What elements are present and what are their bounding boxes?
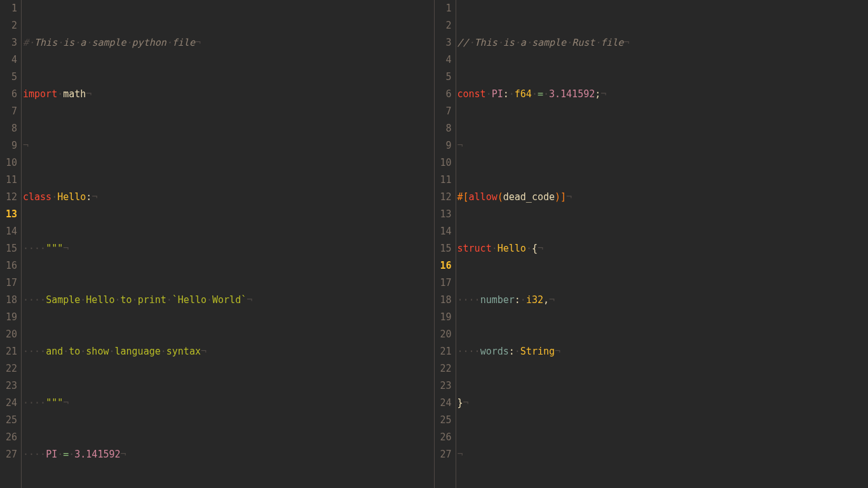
code-rust[interactable]: //·This·is·a·sample·Rust·file¬ const·PI:… <box>456 0 869 488</box>
line-number: 22 <box>0 360 17 377</box>
line-number: 13 <box>0 206 17 223</box>
line-number: 19 <box>0 309 17 326</box>
line-number: 18 <box>435 292 452 309</box>
line-number: 17 <box>435 274 452 292</box>
line-number: 23 <box>435 377 452 395</box>
line-number: 8 <box>435 120 452 137</box>
line-number: 5 <box>0 69 17 86</box>
code-python[interactable]: #·This·is·a·sample·python·file¬ import·m… <box>22 0 434 488</box>
line-number: 2 <box>435 17 452 34</box>
line-number: 9 <box>435 137 452 154</box>
line-number: 24 <box>435 395 452 412</box>
line-number: 15 <box>0 240 17 257</box>
line-number: 27 <box>0 446 17 463</box>
line-number: 8 <box>0 120 17 137</box>
line-number: 26 <box>435 429 452 446</box>
line-number: 22 <box>435 360 452 377</box>
line-number: 25 <box>435 412 452 429</box>
line-number: 2 <box>0 17 17 34</box>
editor-pane-python[interactable]: 1234567891011121314151617181920212223242… <box>0 0 434 488</box>
line-number: 19 <box>435 309 452 326</box>
line-number: 6 <box>435 86 452 103</box>
line-number: 16 <box>435 257 452 274</box>
gutter-python: 1234567891011121314151617181920212223242… <box>0 0 22 488</box>
line-number: 5 <box>435 69 452 86</box>
line-number: 6 <box>0 86 17 103</box>
line-number: 3 <box>435 34 452 51</box>
line-number: 12 <box>435 189 452 206</box>
gutter-rust: 1234567891011121314151617181920212223242… <box>435 0 456 488</box>
line-number: 23 <box>0 377 17 395</box>
line-number: 3 <box>0 34 17 51</box>
line-number: 18 <box>0 292 17 309</box>
line-number: 14 <box>435 223 452 240</box>
line-number: 1 <box>435 0 452 17</box>
line-number: 12 <box>0 189 17 206</box>
line-number: 10 <box>435 154 452 172</box>
line-number: 15 <box>435 240 452 257</box>
line-number: 13 <box>435 206 452 223</box>
line-number: 4 <box>435 51 452 69</box>
line-number: 21 <box>0 343 17 360</box>
line-number: 7 <box>0 103 17 120</box>
line-number: 21 <box>435 343 452 360</box>
line-number: 20 <box>0 326 17 343</box>
line-number: 10 <box>0 154 17 172</box>
line-number: 24 <box>0 395 17 412</box>
line-number: 7 <box>435 103 452 120</box>
line-number: 16 <box>0 257 17 274</box>
line-number: 14 <box>0 223 17 240</box>
line-number: 26 <box>0 429 17 446</box>
line-number: 1 <box>0 0 17 17</box>
line-number: 11 <box>0 172 17 189</box>
line-number: 27 <box>435 446 452 463</box>
line-number: 17 <box>0 274 17 292</box>
line-number: 20 <box>435 326 452 343</box>
line-number: 11 <box>435 172 452 189</box>
editor-pane-rust[interactable]: 1234567891011121314151617181920212223242… <box>434 0 869 488</box>
line-number: 25 <box>0 412 17 429</box>
line-number: 9 <box>0 137 17 154</box>
line-number: 4 <box>0 51 17 69</box>
